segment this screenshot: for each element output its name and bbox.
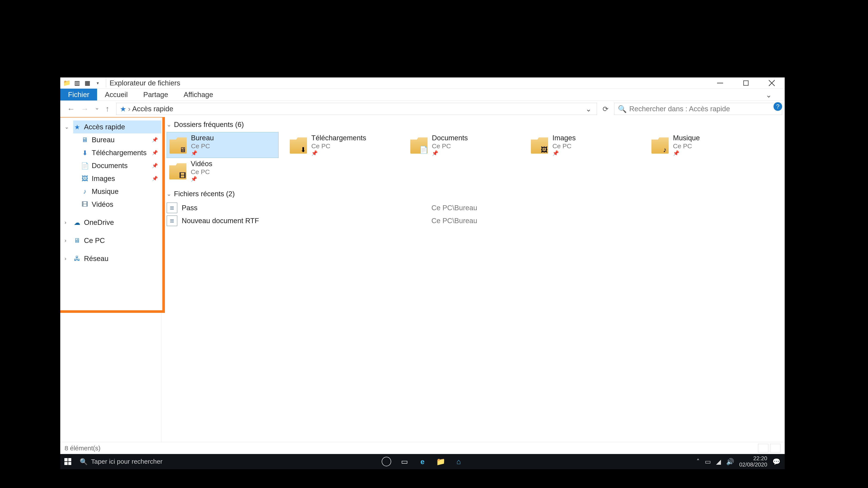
forward-button[interactable]: →: [81, 104, 89, 113]
folder-tile-bureau[interactable]: 🖥BureauCe PC📌: [166, 132, 279, 158]
nav-onedrive[interactable]: › ☁ OneDrive: [73, 216, 161, 229]
ribbon-tabs: Fichier Accueil Partage Affichage ⌄ ?: [60, 89, 785, 101]
explorer-icon[interactable]: 📁: [436, 457, 445, 466]
folder-location: Ce PC: [191, 168, 212, 175]
start-button[interactable]: [60, 458, 75, 465]
qat-dropdown-icon[interactable]: ▾: [94, 79, 102, 87]
img-icon: 🖼: [539, 145, 549, 155]
sidebar-item-musique[interactable]: ♪Musique: [81, 185, 161, 198]
recent-file-row[interactable]: ≡Nouveau document RTFCe PC\Bureau: [166, 214, 779, 227]
nav-label: Images: [92, 174, 149, 183]
folder-location: Ce PC: [311, 142, 366, 150]
wifi-icon[interactable]: ◢: [716, 458, 721, 465]
cortana-icon[interactable]: [382, 457, 391, 466]
folder-tile-images[interactable]: 🖼ImagesCe PC📌: [528, 132, 640, 158]
tab-file[interactable]: Fichier: [60, 89, 97, 100]
chevron-right-icon[interactable]: ›: [65, 220, 66, 226]
details-view-button[interactable]: [758, 444, 768, 453]
folder-meta: VidéosCe PC📌: [191, 160, 212, 182]
refresh-button[interactable]: ⟳: [599, 103, 612, 115]
nav-label: Documents: [92, 162, 149, 170]
section-title: Dossiers fréquents (6): [174, 121, 244, 129]
tab-view[interactable]: Affichage: [176, 89, 221, 100]
folder-tile-vidéos[interactable]: 🎞VidéosCe PC📌: [166, 158, 279, 184]
address-dropdown-icon[interactable]: ⌄: [584, 105, 593, 113]
folder-icon: 🖥: [169, 136, 187, 154]
recent-locations-icon[interactable]: ⌄: [95, 104, 99, 113]
folder-location: Ce PC: [191, 142, 214, 150]
file-icon: ≡: [166, 216, 177, 226]
system-tray: ˄ ▭ ◢ 🔊 22:20 02/08/2020 💬: [692, 455, 785, 467]
qat-newfolder-icon[interactable]: ▦: [84, 79, 91, 87]
pin-icon: 📌: [191, 150, 214, 156]
tab-home[interactable]: Accueil: [97, 89, 135, 100]
volume-icon[interactable]: 🔊: [726, 458, 734, 465]
folder-tile-téléchargements[interactable]: ⬇TéléchargementsCe PC📌: [287, 132, 399, 158]
sidebar-item-documents[interactable]: 📄Documents📌: [81, 159, 161, 172]
folder-name: Documents: [432, 134, 468, 142]
taskbar-search[interactable]: 🔍 Taper ici pour rechercher: [75, 458, 226, 465]
title-bar: 📁 ▥ ▦ ▾ Explorateur de fichiers: [60, 77, 785, 89]
tray-chevron-icon[interactable]: ˄: [696, 458, 700, 465]
sidebar-item-téléchargements[interactable]: ⬇Téléchargements📌: [81, 146, 161, 159]
folder-icon: 🖼: [531, 136, 548, 154]
address-bar[interactable]: ★ › Accès rapide ⌄: [116, 103, 597, 115]
doc-icon: 📄: [419, 145, 428, 155]
star-icon: ★: [73, 123, 81, 131]
ribbon-collapse-icon[interactable]: ⌄: [766, 91, 772, 99]
action-center-icon[interactable]: 💬: [772, 458, 780, 465]
chevron-right-icon[interactable]: ›: [65, 237, 66, 243]
recent-file-row[interactable]: ≡PassCe PC\Bureau: [166, 201, 779, 214]
vid-icon: 🎞: [178, 171, 187, 180]
battery-icon[interactable]: ▭: [705, 458, 711, 465]
chevron-right-icon[interactable]: ›: [65, 256, 66, 262]
pin-icon: 📌: [152, 137, 158, 143]
close-button[interactable]: [759, 77, 785, 89]
folder-location: Ce PC: [552, 142, 576, 150]
section-title: Fichiers récents (2): [174, 190, 235, 198]
doc-icon: 📄: [81, 162, 89, 169]
tab-share[interactable]: Partage: [135, 89, 176, 100]
title-divider: [106, 79, 106, 87]
nav-quick-access[interactable]: ⌄ ★ Accès rapide: [73, 121, 161, 133]
desk-icon: 🖥: [178, 145, 187, 155]
sidebar-item-bureau[interactable]: 🖥Bureau📌: [81, 133, 161, 146]
folder-name: Musique: [673, 134, 700, 142]
icons-view-button[interactable]: [770, 444, 780, 453]
maximize-button[interactable]: [733, 77, 759, 89]
sidebar-item-vidéos[interactable]: 🎞Vidéos: [81, 198, 161, 211]
frequent-folders-header[interactable]: ⌄ Dossiers fréquents (6): [166, 119, 779, 132]
back-button[interactable]: ←: [67, 104, 75, 113]
folder-meta: BureauCe PC📌: [191, 134, 214, 156]
desk-icon: 🖥: [81, 136, 89, 143]
search-box[interactable]: 🔍 Rechercher dans : Accès rapide: [614, 103, 782, 115]
up-button[interactable]: ↑: [105, 104, 110, 113]
chevron-down-icon[interactable]: ⌄: [65, 124, 69, 130]
help-button[interactable]: ?: [774, 102, 782, 111]
folder-name: Vidéos: [191, 160, 212, 168]
taskbar-clock[interactable]: 22:20 02/08/2020: [739, 455, 767, 467]
folder-tile-documents[interactable]: 📄DocumentsCe PC📌: [408, 132, 520, 158]
pin-icon: 📌: [432, 150, 468, 156]
window-controls: [707, 77, 785, 89]
monitor-icon: 🖥: [73, 237, 81, 244]
pin-icon: 📌: [152, 176, 158, 182]
sidebar-item-images[interactable]: 🖼Images📌: [81, 172, 161, 185]
task-view-icon[interactable]: ▭: [400, 457, 409, 466]
folder-tile-musique[interactable]: ♪MusiqueCe PC📌: [649, 132, 761, 158]
mus-icon: ♪: [81, 188, 89, 195]
nav-network[interactable]: › 🖧 Réseau: [73, 252, 161, 265]
store-icon[interactable]: ⌂: [454, 457, 464, 466]
taskbar: 🔍 Taper ici pour rechercher ▭ e 📁 ⌂ ˄ ▭ …: [60, 454, 785, 469]
recent-files-header[interactable]: ⌄ Fichiers récents (2): [166, 188, 779, 201]
edge-icon[interactable]: e: [418, 457, 427, 466]
status-bar: 8 élément(s): [60, 442, 785, 454]
folder-meta: ImagesCe PC📌: [552, 134, 576, 156]
nav-label: Vidéos: [92, 200, 158, 208]
nav-this-pc[interactable]: › 🖥 Ce PC: [73, 234, 161, 247]
nav-label: Téléchargements: [92, 149, 149, 157]
minimize-button[interactable]: [707, 77, 733, 89]
window-title: Explorateur de fichiers: [108, 79, 180, 87]
qat-properties-icon[interactable]: ▥: [73, 79, 81, 87]
folder-meta: MusiqueCe PC📌: [673, 134, 700, 156]
